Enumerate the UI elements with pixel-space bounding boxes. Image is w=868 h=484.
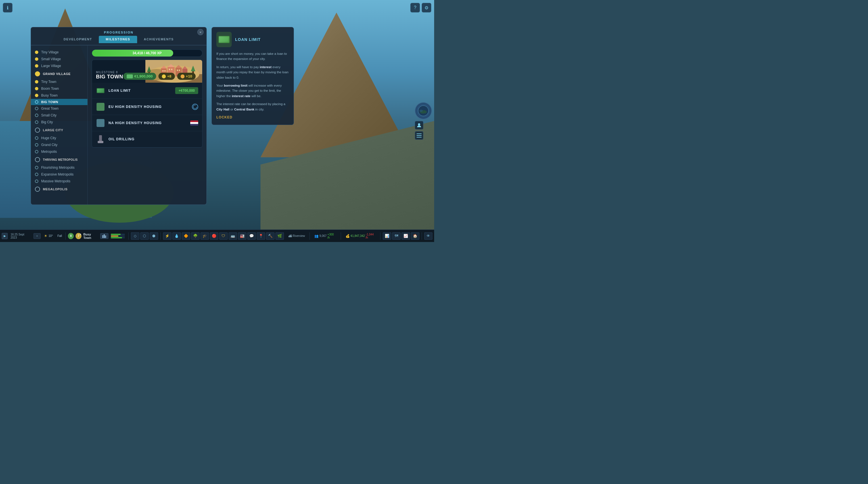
- milestone-dot: [35, 166, 38, 169]
- loan-limit-badge: +¢700,000: [175, 87, 198, 94]
- loan-icon: [218, 36, 230, 43]
- milestone-dot: [35, 120, 38, 124]
- milestone-item-tiny-village[interactable]: Tiny Village: [31, 49, 88, 56]
- milestone-item-tiny-town[interactable]: Tiny Town: [31, 79, 88, 85]
- milestone-dot-large: [35, 187, 40, 192]
- feature-na-housing[interactable]: NA HIGH DENSITY HOUSING: [92, 115, 202, 131]
- milestone-item-expansive-metropolis[interactable]: Expansive Metropolis: [31, 171, 88, 178]
- tab-milestones[interactable]: MILESTONES: [99, 36, 137, 43]
- milestone-item-huge-city[interactable]: Huge City: [31, 134, 88, 142]
- milestone-item-massive-metropolis[interactable]: Massive Metropolis: [31, 178, 88, 185]
- dialog-close-button[interactable]: ×: [197, 29, 204, 35]
- svg-rect-32: [105, 236, 106, 238]
- map-icon[interactable]: 🗺: [392, 232, 401, 240]
- stats-population: 👥 9,067 +300 /h: [312, 233, 338, 239]
- reward-money-badge: ¢1,900,000: [123, 73, 156, 80]
- milestone-item-busy-town[interactable]: Busy Town: [31, 92, 88, 99]
- svg-rect-19: [171, 69, 172, 70]
- info-panel-header: LOAN LIMIT: [216, 32, 289, 47]
- level-badge-2: 7 5: [75, 233, 82, 239]
- home-icon[interactable]: 🏠: [411, 232, 420, 240]
- road-icon[interactable]: ⬡: [140, 232, 149, 240]
- settings-button[interactable]: ⚙: [422, 3, 431, 12]
- info-icon-button[interactable]: ℹ: [3, 3, 12, 12]
- loan-limit-label: LOAN LIMIT: [108, 89, 172, 93]
- bulldoze-icon[interactable]: 🔨: [266, 232, 275, 240]
- milestone-item-big-city[interactable]: Big City: [31, 119, 88, 125]
- list-button[interactable]: [415, 131, 423, 140]
- toolbar-icons-right: 📊 🗺 📈 🏠: [383, 232, 420, 240]
- budget-icon[interactable]: 📊: [383, 232, 391, 240]
- svg-rect-20: [177, 69, 178, 71]
- milestone-item-megalopolis[interactable]: MEGALOPOLIS: [31, 185, 88, 194]
- milestone-item-thriving-metropolis[interactable]: THRIVING METROPOLIS: [31, 155, 88, 164]
- build-icon[interactable]: ⬢: [150, 232, 158, 240]
- police-icon[interactable]: 🛡: [219, 232, 228, 240]
- milestone-label: Flourishing Metropolis: [41, 165, 74, 170]
- reward-points-a-value: +8: [167, 74, 172, 79]
- milestone-item-boom-town[interactable]: Boom Town: [31, 85, 88, 92]
- chat-icon[interactable]: 💬: [247, 232, 256, 240]
- zoning-icon[interactable]: ◇: [131, 232, 140, 240]
- xp-progress-bar: 34,418 / 46,700 XP: [92, 50, 203, 57]
- education-icon[interactable]: 🎓: [200, 232, 209, 240]
- help-button[interactable]: ?: [410, 3, 420, 12]
- service-icon[interactable]: 🔶: [182, 232, 190, 240]
- us-flag-icon: [190, 120, 198, 125]
- avatar-button[interactable]: [415, 121, 423, 129]
- city-icon-button[interactable]: [100, 233, 108, 239]
- misc-icon[interactable]: 📍: [257, 232, 265, 240]
- tab-achievements[interactable]: ACHIEVEMENTS: [137, 36, 181, 43]
- xp-progress-text: 34,418 / 46,700 XP: [92, 50, 202, 57]
- separator-6: [380, 232, 380, 240]
- water-icon[interactable]: 💧: [172, 232, 181, 240]
- toolbar-icons-mid: ⚡ 💧 🔶 🌳 🎓 🔴 🛡 🚌 🏭 💬 📍 🔨 🌿: [163, 232, 284, 240]
- stats-money: 💰 ¢1,847,342 -1,044 /h: [343, 233, 378, 239]
- stats-icon[interactable]: 📈: [402, 232, 410, 240]
- play-button[interactable]: ▶: [2, 233, 8, 239]
- speed-button[interactable]: »: [33, 233, 40, 239]
- industry-icon[interactable]: 🏭: [238, 232, 246, 240]
- info-icon-container: [216, 32, 232, 47]
- money-reward-icon: [127, 74, 133, 79]
- tab-development[interactable]: DEVELOPMENT: [57, 36, 99, 43]
- dialog-tabs: DEVELOPMENT MILESTONES ACHIEVEMENTS: [31, 36, 207, 46]
- milestone-dot: [35, 150, 38, 153]
- info-para-2: In return, you will have to pay interest…: [216, 64, 289, 80]
- feature-oil-drilling[interactable]: OIL DRILLING: [92, 131, 202, 147]
- power-icon[interactable]: ⚡: [163, 232, 172, 240]
- fire-icon[interactable]: 🔴: [210, 232, 218, 240]
- feature-loan-limit[interactable]: LOAN LIMIT +¢700,000: [92, 83, 202, 99]
- milestone-dot-large: [35, 127, 40, 133]
- eye-icon[interactable]: 👁: [424, 232, 432, 240]
- milestone-label: Expansive Metropolis: [41, 173, 73, 176]
- svg-rect-17: [164, 70, 165, 71]
- milestone-dot: [35, 173, 38, 176]
- nature-icon[interactable]: 🌿: [275, 232, 284, 240]
- milestone-item-great-town[interactable]: Great Town: [31, 105, 88, 112]
- milestone-item-large-city[interactable]: LARGE CITY: [31, 125, 88, 134]
- milestone-item-grand-village[interactable]: GRAND VILLAGE: [31, 69, 88, 79]
- milestone-item-flourishing-metropolis[interactable]: Flourishing Metropolis: [31, 164, 88, 171]
- milestone-item-metropolis[interactable]: Metropolis: [31, 148, 88, 155]
- milestone-label: Metropolis: [41, 150, 57, 154]
- minimap[interactable]: [415, 102, 432, 119]
- stat-bar-3: [111, 237, 125, 238]
- milestone-item-large-village[interactable]: Large Village: [31, 62, 88, 69]
- feature-eu-housing[interactable]: EU HIGH DENSITY HOUSING: [92, 99, 202, 115]
- info-para-3: Your borrowing limit will increase with …: [216, 83, 289, 98]
- svg-point-22: [193, 105, 197, 109]
- park-icon[interactable]: 🌳: [191, 232, 199, 240]
- milestone-item-small-village[interactable]: Small Village: [31, 56, 88, 62]
- stat-bar-2: [111, 236, 125, 237]
- eu-housing-icon: [96, 102, 105, 111]
- transport-icon[interactable]: 🚌: [228, 232, 237, 240]
- temperature-display: 10°: [49, 234, 53, 238]
- milestone-card-header: MILESTONE 8 BIG TOWN: [92, 60, 202, 83]
- milestone-dot: [35, 51, 38, 54]
- milestone-item-grand-city[interactable]: Grand City: [31, 142, 88, 148]
- milestone-item-small-city[interactable]: Small City: [31, 112, 88, 119]
- reward-points-b-value: +10: [186, 74, 192, 79]
- milestone-item-big-town[interactable]: BIG TOWN: [31, 99, 88, 105]
- stat-city-name: Riverview: [293, 234, 305, 238]
